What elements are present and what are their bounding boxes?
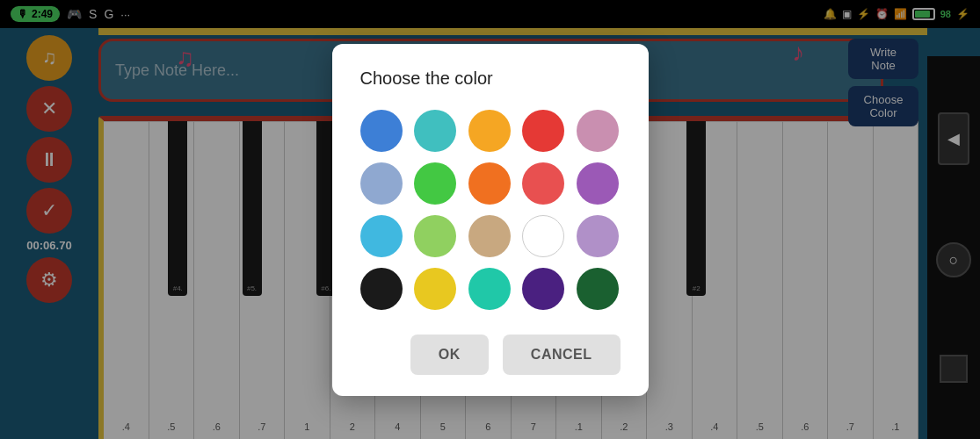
- color-swatch-tan[interactable]: [468, 215, 511, 257]
- color-swatch-lavender-blue[interactable]: [360, 162, 403, 205]
- modal-title: Choose the color: [360, 68, 621, 89]
- color-picker-dialog: Choose the color OK CANCEL: [332, 44, 649, 396]
- color-swatch-dark-purple[interactable]: [522, 268, 564, 310]
- color-swatch-cyan[interactable]: [468, 268, 511, 310]
- modal-actions: OK CANCEL: [360, 335, 621, 375]
- color-swatch-white[interactable]: [522, 215, 564, 257]
- color-swatch-deep-orange[interactable]: [468, 162, 511, 205]
- color-swatch-yellow[interactable]: [414, 268, 456, 310]
- ok-button[interactable]: OK: [410, 335, 489, 375]
- color-swatch-purple[interactable]: [577, 162, 619, 205]
- color-swatch-sky-blue[interactable]: [360, 215, 403, 257]
- color-swatch-green[interactable]: [414, 162, 456, 205]
- color-swatch-blue[interactable]: [360, 110, 403, 152]
- color-swatch-orange[interactable]: [468, 110, 511, 152]
- color-swatch-black[interactable]: [360, 268, 403, 310]
- modal-overlay: Choose the color OK CANCEL: [0, 0, 980, 439]
- color-swatch-red[interactable]: [522, 110, 564, 152]
- color-swatch-teal[interactable]: [414, 110, 456, 152]
- color-swatch-dark-green[interactable]: [577, 268, 619, 310]
- color-swatch-light-green[interactable]: [414, 215, 456, 257]
- color-swatch-coral[interactable]: [522, 162, 564, 205]
- color-grid: [360, 110, 621, 310]
- color-swatch-pink[interactable]: [577, 110, 619, 152]
- cancel-button[interactable]: CANCEL: [503, 335, 621, 375]
- color-swatch-light-purple[interactable]: [577, 215, 619, 257]
